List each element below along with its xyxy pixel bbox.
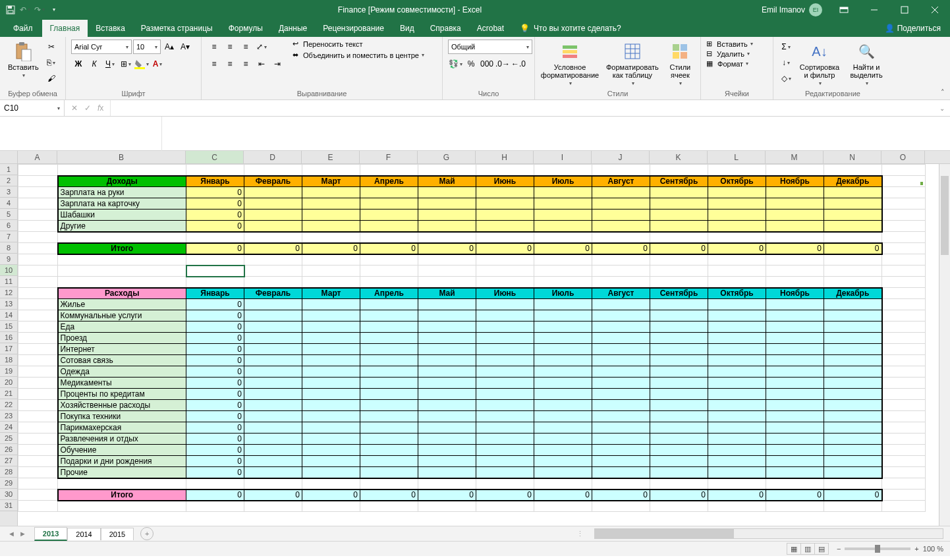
- tab-data[interactable]: Данные: [271, 20, 315, 37]
- cells-table[interactable]: ДоходыЯнварьФевральМартАпрельМайИюньИюль…: [18, 164, 926, 512]
- font-color-icon[interactable]: A▾: [150, 57, 165, 71]
- number-format-combo[interactable]: Общий▾: [448, 40, 532, 54]
- accounting-icon[interactable]: 💱▾: [448, 57, 462, 71]
- redo-icon[interactable]: ↷▾: [34, 5, 45, 15]
- fill-color-icon[interactable]: ▾: [134, 57, 149, 71]
- font-size-combo[interactable]: 10▾: [133, 40, 161, 54]
- sheet-tab[interactable]: 2015: [101, 528, 134, 540]
- zoom-value[interactable]: 100 %: [923, 545, 943, 553]
- tab-acrobat[interactable]: Acrobat: [469, 20, 512, 37]
- avatar: EI: [809, 3, 822, 16]
- ribbon-options-icon[interactable]: [829, 0, 859, 19]
- vertical-scrollbar[interactable]: [939, 164, 950, 526]
- borders-icon[interactable]: ⊞▾: [119, 57, 133, 71]
- increase-indent-icon[interactable]: ⇥: [270, 57, 285, 71]
- cell-styles-icon: [669, 41, 690, 62]
- sort-filter-button[interactable]: A↓ Сортировка и фильтр▾: [796, 40, 843, 88]
- group-clipboard: Вставить ▾ ✂ ⎘▾ 🖌 Буфер обмена: [0, 37, 66, 99]
- worksheet-area: ABCDEFGHIJKLMNO 123456789101112131415161…: [0, 151, 950, 526]
- cut-icon[interactable]: ✂: [44, 40, 59, 54]
- close-icon[interactable]: [920, 0, 950, 19]
- fill-icon[interactable]: ↓▾: [779, 55, 793, 70]
- expand-formula-bar-icon[interactable]: ⌄: [934, 105, 950, 112]
- increase-decimal-icon[interactable]: .0→: [495, 57, 510, 71]
- share-button[interactable]: 👤 Поделиться: [876, 20, 950, 37]
- italic-button[interactable]: К: [87, 57, 101, 71]
- merge-center-button[interactable]: ⬌ Объединить и поместить в центре▾: [293, 51, 424, 59]
- sheet-tab[interactable]: 2014: [67, 528, 100, 540]
- tab-insert[interactable]: Вставка: [88, 20, 133, 37]
- svg-rect-14: [563, 50, 577, 53]
- tab-view[interactable]: Вид: [392, 20, 422, 37]
- zoom-control[interactable]: − + 100 %: [837, 545, 943, 553]
- font-name-combo[interactable]: Arial Cyr▾: [71, 40, 132, 54]
- align-center-icon[interactable]: ≡: [223, 57, 237, 71]
- format-icon: ▦: [706, 59, 713, 68]
- collapse-ribbon-icon[interactable]: ˄: [941, 88, 945, 97]
- decrease-font-icon[interactable]: A▾: [178, 40, 192, 54]
- paste-button[interactable]: Вставить ▾: [5, 40, 42, 80]
- percent-icon[interactable]: %: [464, 57, 478, 71]
- tab-page-layout[interactable]: Разметка страницы: [133, 20, 221, 37]
- decrease-decimal-icon[interactable]: ←.0: [511, 57, 526, 71]
- qat-customize-icon[interactable]: ▾: [49, 5, 59, 15]
- maximize-icon[interactable]: [889, 0, 920, 19]
- tab-help[interactable]: Справка: [422, 20, 469, 37]
- add-sheet-button[interactable]: +: [140, 527, 154, 540]
- copy-icon[interactable]: ⎘▾: [44, 55, 59, 70]
- comma-icon[interactable]: 000: [480, 57, 494, 71]
- svg-rect-1: [8, 6, 12, 9]
- conditional-formatting-button[interactable]: Условное форматирование▾: [540, 40, 600, 88]
- underline-button[interactable]: Ч▾: [103, 57, 117, 71]
- zoom-out-icon[interactable]: −: [837, 545, 841, 553]
- orientation-icon[interactable]: ⤢▾: [254, 40, 269, 54]
- row-headers[interactable]: 1234567891011121314151617181920212223242…: [0, 164, 18, 526]
- column-headers[interactable]: ABCDEFGHIJKLMNO: [18, 151, 939, 164]
- align-left-icon[interactable]: ≡: [207, 57, 221, 71]
- formula-bar-expanded-area: [0, 117, 950, 151]
- svg-rect-23: [673, 52, 679, 59]
- group-font-label: Шрифт: [71, 89, 196, 98]
- cell-styles-button[interactable]: Стили ячеек▾: [665, 40, 695, 88]
- save-icon[interactable]: [5, 5, 16, 15]
- tab-home[interactable]: Главная: [42, 20, 88, 37]
- decrease-indent-icon[interactable]: ⇤: [254, 57, 269, 71]
- cancel-icon[interactable]: ✕: [71, 103, 78, 113]
- clear-icon[interactable]: ◇▾: [779, 71, 793, 86]
- name-box[interactable]: C10▾: [0, 100, 65, 116]
- minimize-icon[interactable]: [859, 0, 889, 19]
- wrap-text-button[interactable]: ↩ Переносить текст: [293, 40, 424, 48]
- zoom-slider[interactable]: [845, 547, 910, 550]
- delete-cells-button[interactable]: ⊟ Удалить▾: [706, 49, 750, 58]
- insert-cells-button[interactable]: ⊞ Вставить▾: [706, 40, 753, 48]
- sheet-nav[interactable]: ◄►: [0, 530, 34, 538]
- ribbon: Вставить ▾ ✂ ⎘▾ 🖌 Буфер обмена Arial Cyr…: [0, 37, 950, 100]
- format-painter-icon[interactable]: 🖌: [44, 71, 59, 86]
- formula-bar: C10▾ ✕ ✓ fx ⌄: [0, 100, 950, 117]
- tab-formulas[interactable]: Формулы: [221, 20, 271, 37]
- align-middle-icon[interactable]: ≡: [223, 40, 237, 54]
- align-right-icon[interactable]: ≡: [238, 57, 253, 71]
- format-cells-button[interactable]: ▦ Формат▾: [706, 59, 748, 68]
- user-area[interactable]: Emil Imanov EI: [755, 3, 829, 16]
- tab-review[interactable]: Рецензирование: [315, 20, 392, 37]
- tell-me[interactable]: 💡 Что вы хотите сделать?: [512, 20, 629, 37]
- bold-button[interactable]: Ж: [71, 57, 86, 71]
- sheet-tab[interactable]: 2013: [34, 527, 67, 541]
- align-top-icon[interactable]: ≡: [207, 40, 221, 54]
- select-all-corner[interactable]: [0, 151, 18, 164]
- horizontal-scrollbar[interactable]: [594, 528, 943, 539]
- zoom-in-icon[interactable]: +: [914, 545, 918, 553]
- tab-file[interactable]: Файл: [4, 20, 42, 37]
- fx-icon[interactable]: fx: [98, 103, 103, 113]
- undo-icon[interactable]: ↶▾: [20, 5, 30, 15]
- enter-icon[interactable]: ✓: [84, 103, 91, 113]
- format-as-table-button[interactable]: Форматировать как таблицу▾: [602, 40, 663, 88]
- sort-filter-icon: A↓: [809, 41, 830, 62]
- increase-font-icon[interactable]: A▴: [162, 40, 177, 54]
- group-styles: Условное форматирование▾ Форматировать к…: [535, 37, 701, 99]
- view-switcher[interactable]: ▦▥▤: [787, 543, 829, 555]
- autosum-icon[interactable]: Σ▾: [779, 40, 793, 54]
- align-bottom-icon[interactable]: ≡: [238, 40, 253, 54]
- find-select-button[interactable]: 🔍 Найти и выделить▾: [846, 40, 887, 88]
